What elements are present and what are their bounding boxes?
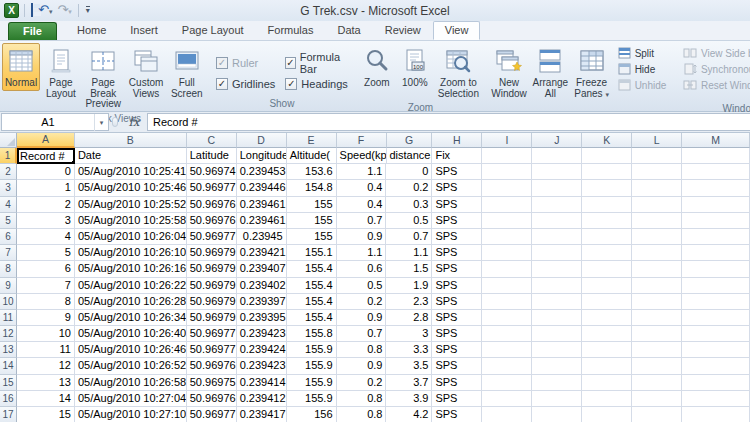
cell-F16[interactable]: 0.8 [337, 391, 387, 407]
cell-G12[interactable]: 3 [386, 326, 432, 342]
cell-G7[interactable]: 1.1 [386, 245, 432, 261]
column-header-K[interactable]: K [582, 133, 632, 148]
cell-B16[interactable]: 05/Aug/2010 10:27:04 [75, 391, 187, 407]
cell-J16[interactable] [532, 391, 582, 407]
cell-J9[interactable] [532, 278, 582, 294]
cell-H3[interactable]: SPS [432, 180, 482, 196]
cell-H15[interactable]: SPS [432, 375, 482, 391]
cell-K5[interactable] [582, 213, 632, 229]
cell-I13[interactable] [482, 342, 532, 358]
cell-E7[interactable]: 155.1 [287, 245, 337, 261]
arrange-all-button[interactable]: Arrange All [531, 43, 569, 101]
formula-input[interactable]: Record # [147, 113, 750, 131]
cell-B2[interactable]: 05/Aug/2010 10:25:41 [75, 164, 187, 180]
cell-B10[interactable]: 05/Aug/2010 10:26:28 [75, 294, 187, 310]
cell-B7[interactable]: 05/Aug/2010 10:26:10 [75, 245, 187, 261]
cell-C13[interactable]: 50.96977 [187, 342, 237, 358]
cell-E6[interactable]: 155 [287, 229, 337, 245]
cell-L7[interactable] [632, 245, 682, 261]
full-screen-button[interactable]: Full Screen [168, 43, 206, 101]
tab-page-layout[interactable]: Page Layout [170, 21, 256, 40]
cell-K13[interactable] [582, 342, 632, 358]
cell-D2[interactable]: 0.239453 [237, 164, 287, 180]
cell-B3[interactable]: 05/Aug/2010 10:25:46 [75, 180, 187, 196]
cell-M1[interactable] [682, 148, 750, 164]
cell-I7[interactable] [482, 245, 532, 261]
tab-data[interactable]: Data [325, 21, 372, 40]
row-header-3[interactable]: 3 [0, 180, 17, 196]
cell-C2[interactable]: 50.96974 [187, 164, 237, 180]
cell-D11[interactable]: 0.239395 [237, 310, 287, 326]
cell-C7[interactable]: 50.96979 [187, 245, 237, 261]
cell-M17[interactable] [682, 407, 750, 422]
cell-G16[interactable]: 3.9 [386, 391, 432, 407]
cell-D8[interactable]: 0.239407 [237, 261, 287, 277]
cell-E13[interactable]: 155.9 [287, 342, 337, 358]
redo-dropdown-icon[interactable]: ▾ [68, 8, 72, 15]
row-header-11[interactable]: 11 [0, 310, 17, 326]
cell-H2[interactable]: SPS [432, 164, 482, 180]
cell-D1[interactable]: Longitude [237, 148, 287, 164]
row-header-9[interactable]: 9 [0, 278, 17, 294]
cell-H13[interactable]: SPS [432, 342, 482, 358]
cell-L15[interactable] [632, 375, 682, 391]
cell-A15[interactable]: 13 [17, 375, 75, 391]
cell-A17[interactable]: 15 [17, 407, 75, 422]
cell-F15[interactable]: 0.2 [337, 375, 387, 391]
cell-K15[interactable] [582, 375, 632, 391]
cell-B15[interactable]: 05/Aug/2010 10:26:58 [75, 375, 187, 391]
cell-B6[interactable]: 05/Aug/2010 10:26:04 [75, 229, 187, 245]
cell-A4[interactable]: 2 [17, 197, 75, 213]
cell-I1[interactable] [482, 148, 532, 164]
cell-K3[interactable] [582, 180, 632, 196]
save-button[interactable] [30, 3, 34, 18]
cell-J2[interactable] [532, 164, 582, 180]
cell-B17[interactable]: 05/Aug/2010 10:27:10 [75, 407, 187, 422]
cell-G8[interactable]: 1.5 [386, 261, 432, 277]
cell-L3[interactable] [632, 180, 682, 196]
new-window-button[interactable]: New Window [487, 43, 531, 101]
cell-K7[interactable] [582, 245, 632, 261]
cell-G10[interactable]: 2.3 [386, 294, 432, 310]
cell-C9[interactable]: 50.96979 [187, 278, 237, 294]
column-header-H[interactable]: H [432, 133, 482, 148]
cell-I5[interactable] [482, 213, 532, 229]
cell-D13[interactable]: 0.239424 [237, 342, 287, 358]
cell-J8[interactable] [532, 261, 582, 277]
cell-D17[interactable]: 0.239417 [237, 407, 287, 422]
cell-F13[interactable]: 0.8 [337, 342, 387, 358]
cell-A7[interactable]: 5 [17, 245, 75, 261]
cell-B5[interactable]: 05/Aug/2010 10:25:58 [75, 213, 187, 229]
cell-D9[interactable]: 0.239402 [237, 278, 287, 294]
cell-L13[interactable] [632, 342, 682, 358]
cell-L8[interactable] [632, 261, 682, 277]
cell-M16[interactable] [682, 391, 750, 407]
cell-B13[interactable]: 05/Aug/2010 10:26:46 [75, 342, 187, 358]
name-box[interactable]: A1 ▾ [1, 113, 109, 131]
row-header-12[interactable]: 12 [0, 326, 17, 342]
cell-I17[interactable] [482, 407, 532, 422]
cell-M8[interactable] [682, 261, 750, 277]
cell-E4[interactable]: 155 [287, 197, 337, 213]
cell-A10[interactable]: 8 [17, 294, 75, 310]
cell-C4[interactable]: 50.96976 [187, 197, 237, 213]
column-header-L[interactable]: L [632, 133, 682, 148]
cell-B11[interactable]: 05/Aug/2010 10:26:34 [75, 310, 187, 326]
cell-I6[interactable] [482, 229, 532, 245]
cell-B9[interactable]: 05/Aug/2010 10:26:22 [75, 278, 187, 294]
row-header-16[interactable]: 16 [0, 391, 17, 407]
column-header-G[interactable]: G [387, 133, 433, 148]
cell-K14[interactable] [582, 358, 632, 374]
cell-G15[interactable]: 3.7 [386, 375, 432, 391]
cell-M2[interactable] [682, 164, 750, 180]
cell-C12[interactable]: 50.96977 [187, 326, 237, 342]
cell-D15[interactable]: 0.239414 [237, 375, 287, 391]
cell-H10[interactable]: SPS [432, 294, 482, 310]
page-layout-view-button[interactable]: Page Layout [40, 43, 82, 101]
cell-A6[interactable]: 4 [17, 229, 75, 245]
tab-file[interactable]: File [8, 22, 57, 40]
row-header-17[interactable]: 17 [0, 407, 17, 422]
cell-F2[interactable]: 1.1 [337, 164, 387, 180]
row-header-4[interactable]: 4 [0, 197, 17, 213]
cell-I10[interactable] [482, 294, 532, 310]
